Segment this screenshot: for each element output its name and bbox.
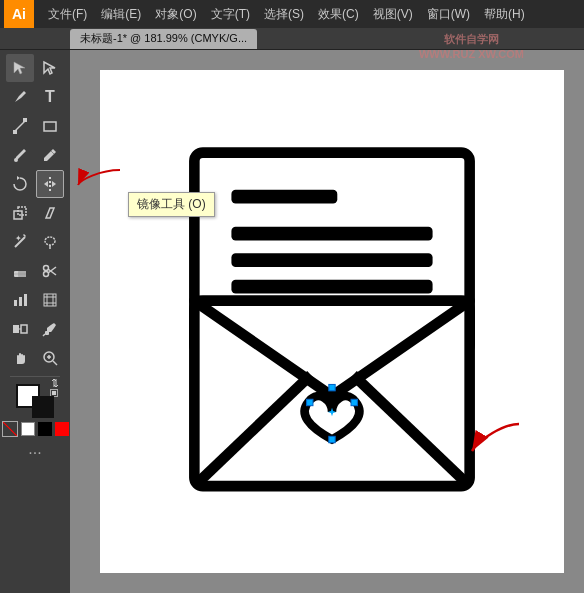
- pen-icon: [12, 89, 28, 105]
- svg-line-39: [43, 334, 45, 336]
- shear-icon: [42, 205, 58, 221]
- main-illustration: [172, 142, 492, 502]
- menu-effect[interactable]: 效果(C): [312, 4, 365, 25]
- svg-rect-56: [351, 399, 357, 405]
- document-tab[interactable]: 未标题-1* @ 181.99% (CMYK/G...: [70, 29, 257, 49]
- lasso-icon: [42, 234, 58, 250]
- svg-rect-36: [21, 325, 27, 333]
- svg-rect-4: [23, 118, 27, 122]
- tool-row-1: [0, 54, 70, 82]
- tool-separator: [10, 376, 60, 377]
- graph-tool[interactable]: [6, 286, 34, 314]
- more-tools-button[interactable]: ...: [0, 437, 70, 461]
- scissors-tool[interactable]: [36, 257, 64, 285]
- canvas-white: [100, 70, 564, 573]
- rotate-tool[interactable]: [6, 170, 34, 198]
- app-logo: Ai: [4, 0, 34, 28]
- svg-marker-14: [46, 208, 54, 218]
- tool-row-9: [0, 286, 70, 314]
- eyedrop-tool[interactable]: [36, 315, 64, 343]
- lasso-tool[interactable]: [36, 228, 64, 256]
- svg-rect-38: [45, 331, 49, 335]
- eraser-tool[interactable]: [6, 257, 34, 285]
- color-section: [0, 384, 70, 437]
- mirror-tool[interactable]: [36, 170, 64, 198]
- black-swatch[interactable]: [38, 422, 52, 436]
- wand-icon: ✦: [12, 234, 28, 250]
- shear-tool[interactable]: [36, 199, 64, 227]
- menu-view[interactable]: 视图(V): [367, 4, 419, 25]
- line-tool[interactable]: [6, 112, 34, 140]
- svg-line-41: [53, 361, 57, 365]
- svg-rect-5: [44, 122, 56, 131]
- zoom-tool[interactable]: [36, 344, 64, 372]
- mesh-tool[interactable]: [36, 286, 64, 314]
- pen-tool[interactable]: [6, 83, 34, 111]
- svg-marker-11: [52, 181, 56, 187]
- canvas-area: 镜像工具 (O): [70, 50, 584, 593]
- menu-text[interactable]: 文字(T): [205, 4, 256, 25]
- color-extras-row: [2, 421, 69, 437]
- menu-help[interactable]: 帮助(H): [478, 4, 531, 25]
- select-tool[interactable]: [6, 54, 34, 82]
- type-icon: T: [45, 88, 55, 106]
- mesh-icon: [42, 292, 58, 308]
- svg-marker-0: [14, 62, 25, 74]
- scale-tool[interactable]: [6, 199, 34, 227]
- wand-tool[interactable]: ✦: [6, 228, 34, 256]
- hand-icon: [12, 350, 28, 366]
- tool-row-4: [0, 141, 70, 169]
- direct-select-tool[interactable]: [36, 54, 64, 82]
- svg-rect-47: [231, 226, 432, 240]
- white-swatch[interactable]: [21, 422, 35, 436]
- svg-rect-27: [14, 300, 17, 306]
- menu-file[interactable]: 文件(F): [42, 4, 93, 25]
- blend-tool[interactable]: [6, 315, 34, 343]
- svg-point-18: [45, 237, 55, 245]
- pencil-icon: [42, 147, 58, 163]
- blend-icon: [12, 321, 28, 337]
- svg-rect-3: [13, 130, 17, 134]
- tool-row-7: ✦: [0, 228, 70, 256]
- menu-window[interactable]: 窗口(W): [421, 4, 476, 25]
- left-toolbar: T: [0, 50, 70, 593]
- menu-object[interactable]: 对象(O): [149, 4, 202, 25]
- pencil-tool[interactable]: [36, 141, 64, 169]
- tab-bar: 未标题-1* @ 181.99% (CMYK/G...: [0, 28, 584, 50]
- svg-marker-10: [44, 181, 48, 187]
- tool-row-3: [0, 112, 70, 140]
- svg-text:✦: ✦: [15, 234, 22, 243]
- svg-rect-49: [231, 279, 432, 293]
- stroke-color-box[interactable]: [32, 396, 54, 418]
- zoom-icon: [42, 350, 58, 366]
- svg-rect-34: [44, 294, 56, 306]
- line-icon: [12, 118, 28, 134]
- type-tool[interactable]: T: [36, 83, 64, 111]
- red-swatch[interactable]: [55, 422, 69, 436]
- tool-row-2: T: [0, 83, 70, 111]
- eyedrop-icon: [42, 321, 58, 337]
- svg-rect-46: [231, 189, 337, 203]
- scissors-icon: [42, 263, 58, 279]
- none-color-icon[interactable]: [2, 421, 18, 437]
- scale-icon: [12, 205, 28, 221]
- direct-select-icon: [42, 60, 58, 76]
- menu-edit[interactable]: 编辑(E): [95, 4, 147, 25]
- svg-marker-1: [44, 62, 55, 74]
- brush-tool[interactable]: [6, 141, 34, 169]
- main-layout: T: [0, 50, 584, 593]
- rect-icon: [42, 118, 58, 134]
- tool-row-10: [0, 315, 70, 343]
- tool-row-11: [0, 344, 70, 372]
- tool-row-8: [0, 257, 70, 285]
- mirror-icon: [42, 176, 58, 192]
- menu-select[interactable]: 选择(S): [258, 4, 310, 25]
- hand-tool[interactable]: [6, 344, 34, 372]
- swap-colors-icon[interactable]: [50, 378, 60, 388]
- svg-rect-35: [13, 325, 19, 333]
- menu-bar: Ai 文件(F) 编辑(E) 对象(O) 文字(T) 选择(S) 效果(C) 视…: [0, 0, 584, 28]
- svg-rect-57: [329, 436, 335, 442]
- color-boxes: [16, 384, 54, 418]
- tool-row-6: [0, 199, 70, 227]
- rect-tool[interactable]: [36, 112, 64, 140]
